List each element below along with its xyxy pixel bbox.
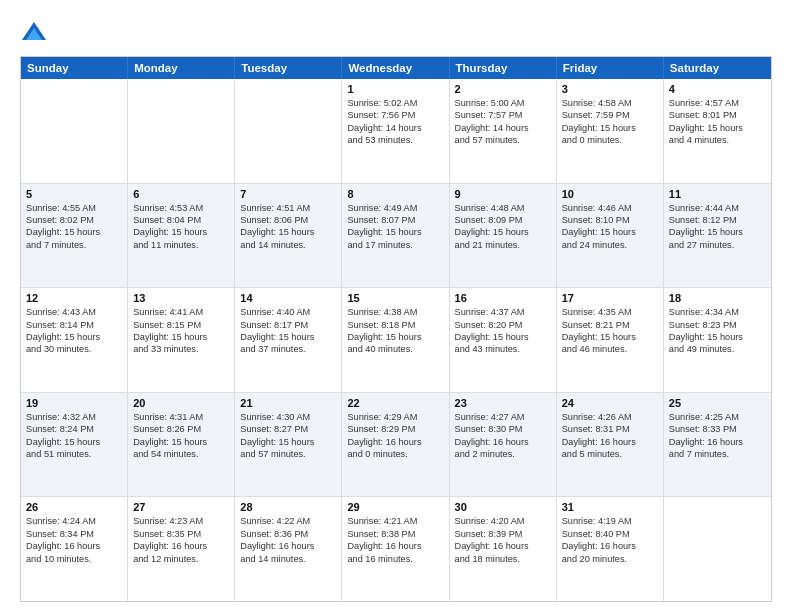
calendar-cell-3-3: 22Sunrise: 4:29 AMSunset: 8:29 PMDayligh… (342, 393, 449, 497)
calendar-cell-2-0: 12Sunrise: 4:43 AMSunset: 8:14 PMDayligh… (21, 288, 128, 392)
calendar-cell-1-3: 8Sunrise: 4:49 AMSunset: 8:07 PMDaylight… (342, 184, 449, 288)
day-number: 29 (347, 501, 443, 513)
calendar-cell-4-3: 29Sunrise: 4:21 AMSunset: 8:38 PMDayligh… (342, 497, 449, 601)
cell-info-line: Sunset: 8:12 PM (669, 214, 766, 226)
cell-info-line: Daylight: 16 hours (240, 540, 336, 552)
cell-info-line: Sunset: 8:24 PM (26, 423, 122, 435)
cell-info-line: Sunset: 8:29 PM (347, 423, 443, 435)
page: SundayMondayTuesdayWednesdayThursdayFrid… (0, 0, 792, 612)
cell-info-line: Sunrise: 4:38 AM (347, 306, 443, 318)
cell-info-line: Daylight: 14 hours (347, 122, 443, 134)
cell-info-line: Daylight: 15 hours (669, 331, 766, 343)
cell-info-line: Sunset: 8:34 PM (26, 528, 122, 540)
calendar-cell-2-5: 17Sunrise: 4:35 AMSunset: 8:21 PMDayligh… (557, 288, 664, 392)
header-day-tuesday: Tuesday (235, 57, 342, 79)
cell-info-line: and 57 minutes. (240, 448, 336, 460)
cell-info-line: and 16 minutes. (347, 553, 443, 565)
cell-info-line: and 30 minutes. (26, 343, 122, 355)
cell-info-line: and 11 minutes. (133, 239, 229, 251)
calendar-cell-1-1: 6Sunrise: 4:53 AMSunset: 8:04 PMDaylight… (128, 184, 235, 288)
calendar-cell-3-6: 25Sunrise: 4:25 AMSunset: 8:33 PMDayligh… (664, 393, 771, 497)
cell-info-line: Sunrise: 4:26 AM (562, 411, 658, 423)
day-number: 24 (562, 397, 658, 409)
cell-info-line: and 49 minutes. (669, 343, 766, 355)
cell-info-line: Daylight: 15 hours (133, 226, 229, 238)
cell-info-line: and 10 minutes. (26, 553, 122, 565)
cell-info-line: Daylight: 15 hours (133, 331, 229, 343)
cell-info-line: Sunrise: 5:00 AM (455, 97, 551, 109)
day-number: 13 (133, 292, 229, 304)
cell-info-line: Sunset: 8:30 PM (455, 423, 551, 435)
day-number: 20 (133, 397, 229, 409)
calendar-cell-3-2: 21Sunrise: 4:30 AMSunset: 8:27 PMDayligh… (235, 393, 342, 497)
calendar-cell-3-5: 24Sunrise: 4:26 AMSunset: 8:31 PMDayligh… (557, 393, 664, 497)
cell-info-line: and 24 minutes. (562, 239, 658, 251)
calendar-cell-4-2: 28Sunrise: 4:22 AMSunset: 8:36 PMDayligh… (235, 497, 342, 601)
cell-info-line: Daylight: 16 hours (669, 436, 766, 448)
day-number: 8 (347, 188, 443, 200)
cell-info-line: and 33 minutes. (133, 343, 229, 355)
cell-info-line: Daylight: 15 hours (240, 226, 336, 238)
day-number: 16 (455, 292, 551, 304)
cell-info-line: and 43 minutes. (455, 343, 551, 355)
cell-info-line: Sunrise: 4:27 AM (455, 411, 551, 423)
cell-info-line: Sunrise: 4:35 AM (562, 306, 658, 318)
cell-info-line: Daylight: 15 hours (240, 436, 336, 448)
calendar-cell-2-3: 15Sunrise: 4:38 AMSunset: 8:18 PMDayligh… (342, 288, 449, 392)
cell-info-line: Sunset: 8:10 PM (562, 214, 658, 226)
calendar-cell-4-0: 26Sunrise: 4:24 AMSunset: 8:34 PMDayligh… (21, 497, 128, 601)
day-number: 19 (26, 397, 122, 409)
cell-info-line: Sunset: 8:07 PM (347, 214, 443, 226)
day-number: 28 (240, 501, 336, 513)
cell-info-line: and 21 minutes. (455, 239, 551, 251)
calendar-cell-1-5: 10Sunrise: 4:46 AMSunset: 8:10 PMDayligh… (557, 184, 664, 288)
cell-info-line: Sunrise: 4:57 AM (669, 97, 766, 109)
calendar-cell-0-1 (128, 79, 235, 183)
cell-info-line: Sunrise: 4:49 AM (347, 202, 443, 214)
cell-info-line: Sunrise: 5:02 AM (347, 97, 443, 109)
cell-info-line: Daylight: 16 hours (562, 436, 658, 448)
cell-info-line: Daylight: 16 hours (347, 436, 443, 448)
cell-info-line: Sunset: 8:39 PM (455, 528, 551, 540)
day-number: 7 (240, 188, 336, 200)
day-number: 3 (562, 83, 658, 95)
day-number: 15 (347, 292, 443, 304)
calendar-row-3: 19Sunrise: 4:32 AMSunset: 8:24 PMDayligh… (21, 393, 771, 498)
cell-info-line: Sunrise: 4:22 AM (240, 515, 336, 527)
cell-info-line: Sunset: 8:02 PM (26, 214, 122, 226)
cell-info-line: and 2 minutes. (455, 448, 551, 460)
cell-info-line: Sunset: 8:06 PM (240, 214, 336, 226)
day-number: 1 (347, 83, 443, 95)
cell-info-line: Sunrise: 4:53 AM (133, 202, 229, 214)
cell-info-line: Sunset: 8:26 PM (133, 423, 229, 435)
calendar-cell-0-2 (235, 79, 342, 183)
cell-info-line: Sunrise: 4:40 AM (240, 306, 336, 318)
day-number: 14 (240, 292, 336, 304)
cell-info-line: Daylight: 15 hours (347, 331, 443, 343)
cell-info-line: Sunrise: 4:30 AM (240, 411, 336, 423)
header-day-wednesday: Wednesday (342, 57, 449, 79)
header (20, 18, 772, 46)
cell-info-line: and 5 minutes. (562, 448, 658, 460)
cell-info-line: Sunset: 8:09 PM (455, 214, 551, 226)
day-number: 10 (562, 188, 658, 200)
cell-info-line: Daylight: 15 hours (455, 331, 551, 343)
logo (20, 18, 52, 46)
day-number: 12 (26, 292, 122, 304)
calendar-cell-2-6: 18Sunrise: 4:34 AMSunset: 8:23 PMDayligh… (664, 288, 771, 392)
day-number: 22 (347, 397, 443, 409)
day-number: 30 (455, 501, 551, 513)
cell-info-line: Sunset: 8:01 PM (669, 109, 766, 121)
header-day-friday: Friday (557, 57, 664, 79)
day-number: 9 (455, 188, 551, 200)
cell-info-line: Daylight: 16 hours (26, 540, 122, 552)
cell-info-line: Sunrise: 4:20 AM (455, 515, 551, 527)
cell-info-line: Sunrise: 4:55 AM (26, 202, 122, 214)
cell-info-line: Daylight: 16 hours (455, 540, 551, 552)
cell-info-line: and 14 minutes. (240, 553, 336, 565)
calendar-cell-4-5: 31Sunrise: 4:19 AMSunset: 8:40 PMDayligh… (557, 497, 664, 601)
header-day-thursday: Thursday (450, 57, 557, 79)
cell-info-line: Daylight: 15 hours (669, 122, 766, 134)
cell-info-line: Daylight: 15 hours (669, 226, 766, 238)
cell-info-line: Sunset: 7:59 PM (562, 109, 658, 121)
